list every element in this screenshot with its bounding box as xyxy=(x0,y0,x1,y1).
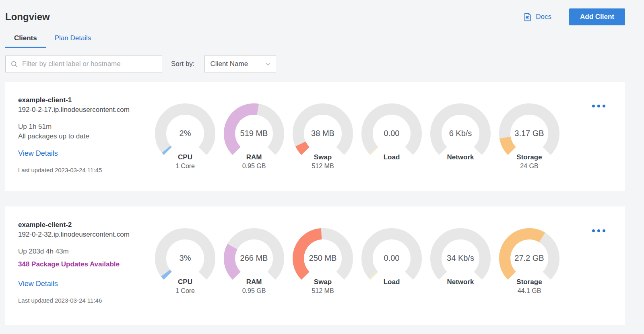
client-uptime: Up 1h 51m xyxy=(18,123,143,131)
gauge-value: 250 MB xyxy=(293,254,353,263)
gauge-value: 38 MB xyxy=(293,129,353,138)
client-uptime: Up 203d 4h 43m xyxy=(18,247,143,256)
client-info: example-client-1 192-0-2-17.ip.linodeuse… xyxy=(5,82,143,187)
gauge-value: 2% xyxy=(155,129,215,138)
client-packages-alert[interactable]: 348 Package Updates Available xyxy=(18,260,143,268)
sort-select-value: Client Name xyxy=(211,60,248,68)
gauge-swap: 38 MB Swap 512 MB xyxy=(293,103,353,187)
view-details-link[interactable]: View Details xyxy=(18,280,58,288)
docs-link-label: Docs xyxy=(536,13,551,21)
gauge-swap: 250 MB Swap 512 MB xyxy=(293,228,353,318)
gauge-sublabel: 24 GB xyxy=(499,163,559,170)
ellipsis-icon xyxy=(592,105,605,107)
gauge-ram: 519 MB RAM 0.95 GB xyxy=(224,103,284,187)
client-actions-menu-button[interactable] xyxy=(590,228,607,234)
gauges-row: 2% CPU 1 Core 519 MB RAM 0.95 GB 38 MB S… xyxy=(155,103,559,187)
docs-link[interactable]: Docs xyxy=(523,12,551,22)
sort-select[interactable]: Client Name xyxy=(204,56,276,72)
gauge-value: 266 MB xyxy=(224,254,284,263)
gauge-value: 34 Kb/s xyxy=(430,254,491,263)
client-name: example-client-1 xyxy=(18,96,143,104)
gauge-sublabel: 512 MB xyxy=(293,287,353,295)
gauge-sublabel: 0.95 GB xyxy=(224,287,284,295)
gauge-network: 6 Kb/s Network xyxy=(430,103,491,187)
gauge-cpu: 3% CPU 1 Core xyxy=(155,228,215,318)
tabs: Clients Plan Details xyxy=(5,34,625,48)
page-header: Longview Docs Add Client xyxy=(5,0,625,25)
client-actions-menu-button[interactable] xyxy=(590,103,607,109)
gauge-value: 6 Kb/s xyxy=(430,129,491,138)
client-hostname: 192-0-2-17.ip.linodeusercontent.com xyxy=(18,106,143,114)
gauge-value: 3% xyxy=(155,254,215,263)
view-details-link[interactable]: View Details xyxy=(18,149,58,158)
search-icon xyxy=(10,60,18,68)
gauge-network: 34 Kb/s Network xyxy=(430,228,491,318)
tab-plan-details[interactable]: Plan Details xyxy=(46,34,100,48)
page-title: Longview xyxy=(5,11,50,23)
client-card: example-client-1 192-0-2-17.ip.linodeuse… xyxy=(5,82,625,191)
add-client-button[interactable]: Add Client xyxy=(569,8,625,25)
client-packages-status: All packages up to date xyxy=(18,132,143,140)
client-name: example-client-2 xyxy=(18,221,143,229)
ellipsis-icon xyxy=(592,229,605,232)
filter-row: Sort by: Client Name xyxy=(5,56,625,72)
gauge-value: 519 MB xyxy=(224,129,284,138)
gauge-value: 3.17 GB xyxy=(499,129,559,138)
client-filter-input[interactable] xyxy=(22,60,157,68)
gauge-sublabel: 1 Core xyxy=(155,163,215,170)
gauge-value: 27.2 GB xyxy=(499,254,559,263)
chevron-down-icon xyxy=(264,60,272,68)
gauge-sublabel: 1 Core xyxy=(155,287,215,295)
gauge-storage: 3.17 GB Storage 24 GB xyxy=(499,103,559,187)
gauge-value: 0.00 xyxy=(361,254,422,263)
gauge-sublabel: 44.1 GB xyxy=(499,287,559,295)
last-updated: Last updated 2023-03-24 11:45 xyxy=(18,167,143,173)
gauge-storage: 27.2 GB Storage 44.1 GB xyxy=(499,228,559,318)
last-updated: Last updated 2023-03-24 11:46 xyxy=(18,297,143,304)
gauge-cpu: 2% CPU 1 Core xyxy=(155,103,215,187)
tab-clients[interactable]: Clients xyxy=(5,34,46,48)
gauge-load: 0.00 Load xyxy=(361,228,422,318)
gauge-load: 0.00 Load xyxy=(361,103,422,187)
client-hostname: 192-0-2-32.ip.linodeusercontent.com xyxy=(18,231,143,239)
docs-icon xyxy=(523,12,532,22)
client-card: example-client-2 192-0-2-32.ip.linodeuse… xyxy=(5,206,625,325)
sort-by-label: Sort by: xyxy=(171,60,195,68)
longview-page: Longview Docs Add Client Clients Plan De… xyxy=(5,0,625,325)
gauge-sublabel: 512 MB xyxy=(293,163,353,170)
client-info: example-client-2 192-0-2-32.ip.linodeuse… xyxy=(5,206,143,318)
client-search-box[interactable] xyxy=(5,56,162,72)
gauge-ram: 266 MB RAM 0.95 GB xyxy=(224,228,284,318)
gauge-value: 0.00 xyxy=(361,129,422,138)
gauge-sublabel: 0.95 GB xyxy=(224,163,284,170)
gauges-row: 3% CPU 1 Core 266 MB RAM 0.95 GB 250 MB … xyxy=(155,228,559,318)
